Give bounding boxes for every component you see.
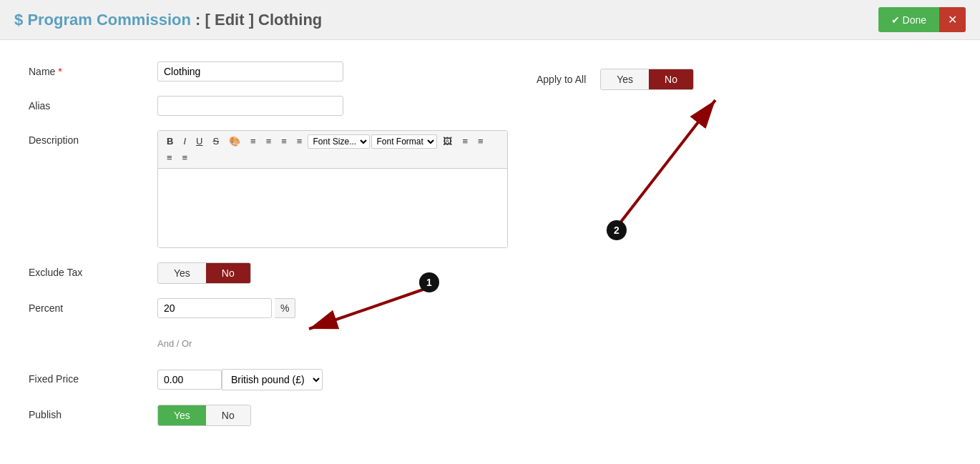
alias-control: [157, 96, 508, 116]
bold-button[interactable]: B: [162, 134, 177, 149]
editor-container: B I U S 🎨 ≡ ≡ ≡ ≡ Font Size...: [157, 130, 508, 248]
and-or-label: And / Or: [157, 338, 508, 349]
percent-label: Percent: [29, 298, 157, 314]
font-format-select[interactable]: Font Format: [371, 134, 437, 149]
alias-input[interactable]: [157, 96, 343, 116]
exclude-tax-label: Exclude Tax: [29, 262, 157, 278]
color-button[interactable]: 🎨: [225, 134, 245, 149]
fixed-price-control: British pound (£) US Dollar ($) Euro (€): [157, 369, 508, 390]
align-right2-button[interactable]: ≡: [178, 150, 192, 165]
dollar-icon: $: [14, 11, 23, 29]
name-input[interactable]: [157, 61, 343, 82]
align-center-button[interactable]: ≡: [458, 134, 472, 149]
publish-row: Publish Yes No: [29, 405, 508, 426]
fixed-price-input[interactable]: [157, 370, 222, 390]
apply-to-all-toggle: Yes No: [600, 69, 694, 90]
fixed-price-label: Fixed Price: [29, 369, 157, 385]
page-title: $ Program Commission : [ Edit ] Clothing: [14, 11, 322, 29]
editor-body[interactable]: [158, 169, 507, 247]
main-content: Name * Alias Description: [0, 40, 980, 464]
currency-select[interactable]: British pound (£) US Dollar ($) Euro (€): [222, 369, 323, 390]
fixed-price-row: Fixed Price British pound (£) US Dollar …: [29, 369, 508, 390]
description-label: Description: [29, 130, 157, 146]
align-left-button[interactable]: ≡: [277, 134, 291, 149]
ul-button[interactable]: ≡: [262, 134, 276, 149]
publish-yes-button[interactable]: Yes: [158, 405, 206, 425]
percent-input[interactable]: [157, 298, 272, 318]
and-or-control: And / Or: [157, 332, 508, 355]
apply-all-yes-button[interactable]: Yes: [601, 69, 649, 89]
apply-to-all-section: Apply to All Yes No: [536, 69, 951, 90]
font-size-select[interactable]: Font Size...: [308, 134, 370, 149]
exclude-tax-row: Exclude Tax Yes No: [29, 262, 508, 284]
name-label: Name *: [29, 61, 157, 77]
and-or-row: And / Or: [29, 332, 508, 355]
name-control: [157, 61, 508, 82]
publish-control: Yes No: [157, 405, 508, 426]
align-left2-button[interactable]: ≡: [162, 150, 177, 165]
form-left-col: Name * Alias Description: [29, 61, 508, 440]
strikethrough-button[interactable]: S: [208, 134, 223, 149]
percent-input-row: %: [157, 298, 508, 318]
edit-bracket: : [ Edit ]: [195, 11, 254, 29]
align-right-button[interactable]: ≡: [293, 134, 307, 149]
and-or-spacer: [29, 332, 157, 337]
description-row: Description B I U S 🎨 ≡ ≡ ≡ ≡: [29, 130, 508, 248]
percent-control: %: [157, 298, 508, 318]
ol-button[interactable]: ≡: [246, 134, 260, 149]
name-row: Name *: [29, 61, 508, 82]
publish-no-button[interactable]: No: [206, 405, 250, 425]
editor-toolbar: B I U S 🎨 ≡ ≡ ≡ ≡ Font Size...: [158, 131, 507, 169]
alias-label: Alias: [29, 96, 157, 112]
title-clothing-name: Clothing: [258, 11, 322, 29]
fixed-price-input-row: British pound (£) US Dollar ($) Euro (€): [157, 369, 508, 390]
exclude-tax-yes-button[interactable]: Yes: [158, 263, 206, 283]
name-required: *: [58, 66, 62, 77]
done-button[interactable]: ✔ Done: [878, 7, 939, 32]
form-right-col: Apply to All Yes No: [508, 61, 951, 440]
header-actions: ✔ Done ✕: [878, 7, 966, 32]
underline-button[interactable]: U: [192, 134, 207, 149]
italic-button[interactable]: I: [179, 134, 190, 149]
description-control: B I U S 🎨 ≡ ≡ ≡ ≡ Font Size...: [157, 130, 508, 248]
publish-toggle: Yes No: [157, 405, 251, 426]
header: $ Program Commission : [ Edit ] Clothing…: [0, 0, 980, 40]
align-justify-button[interactable]: ≡: [474, 134, 488, 149]
exclude-tax-toggle: Yes No: [157, 262, 251, 284]
percent-row: Percent %: [29, 298, 508, 318]
close-button[interactable]: ✕: [939, 7, 966, 32]
image-button[interactable]: 🖼: [438, 134, 456, 149]
apply-to-all-label: Apply to All: [536, 74, 586, 85]
exclude-tax-control: Yes No: [157, 262, 508, 284]
title-program-commission: Program Commission: [27, 11, 191, 29]
publish-label: Publish: [29, 405, 157, 420]
apply-all-no-button[interactable]: No: [649, 69, 693, 89]
form-two-col: Name * Alias Description: [29, 61, 951, 440]
exclude-tax-no-button[interactable]: No: [206, 263, 250, 283]
alias-row: Alias: [29, 96, 508, 116]
percent-symbol: %: [275, 298, 295, 318]
